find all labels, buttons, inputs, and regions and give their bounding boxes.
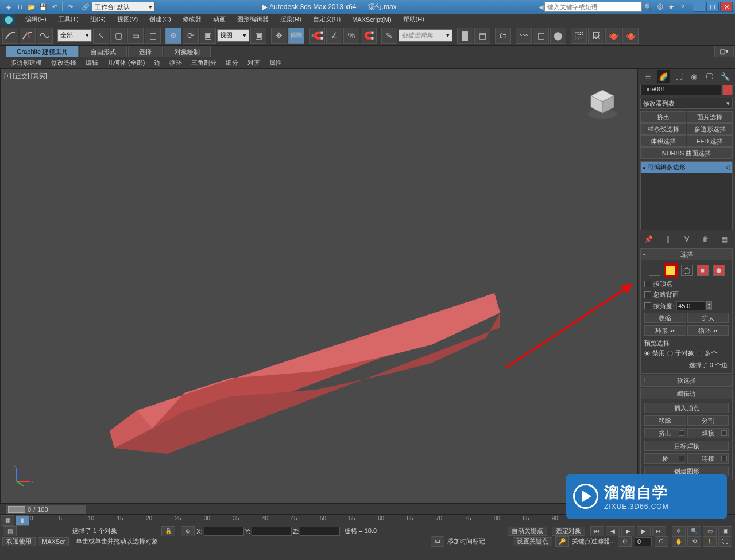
- angle-spin-up[interactable]: ▴: [706, 301, 712, 306]
- target-weld-button[interactable]: 目标焊接: [644, 441, 729, 451]
- remove-modifier-icon[interactable]: 🗑: [700, 234, 711, 245]
- maxscript-mini-icon[interactable]: ▤: [3, 526, 17, 536]
- extrude-button[interactable]: 挤出: [644, 428, 686, 438]
- edit-named-sel-icon[interactable]: ✎: [381, 28, 397, 44]
- z-coord-field[interactable]: [300, 527, 340, 536]
- key-filters-text[interactable]: 关键点过滤器...: [572, 537, 615, 546]
- rsub-edit[interactable]: 编辑: [81, 57, 103, 68]
- workspace-dropdown[interactable]: 工作台: 默认▾: [92, 2, 155, 12]
- timeline-ruler[interactable]: 0 5 10 15 20 25 30 35 40 45 50 55 60 65 …: [30, 515, 557, 526]
- render-frame-icon[interactable]: 🖼: [588, 28, 604, 44]
- auto-key-button[interactable]: 自动关键点: [508, 527, 547, 536]
- next-frame-icon[interactable]: ▶: [637, 526, 651, 536]
- nav-walk-icon[interactable]: 🚶: [703, 536, 717, 547]
- insert-vertex-button[interactable]: 插入顶点: [644, 403, 729, 413]
- rsub-props[interactable]: 属性: [265, 57, 287, 68]
- expand-icon[interactable]: ▪: [643, 164, 645, 171]
- rollout-soft-selection-header[interactable]: +软选择: [641, 375, 732, 386]
- make-unique-icon[interactable]: ∀: [681, 234, 693, 245]
- menu-customize[interactable]: 自定义(U): [307, 14, 346, 25]
- modifier-list-dropdown[interactable]: 修改器列表▾: [640, 98, 733, 109]
- select-manipulate-icon[interactable]: ✥: [271, 28, 287, 44]
- angle-spinner[interactable]: [676, 301, 705, 310]
- app-menu-icon[interactable]: ◈: [3, 2, 14, 12]
- menu-tools[interactable]: 工具(T): [52, 14, 84, 25]
- select-move-icon[interactable]: ✥: [165, 28, 181, 44]
- rollout-edit-edges-header[interactable]: -编辑边: [641, 388, 732, 399]
- viewport-pan-icon[interactable]: ✥: [672, 526, 686, 536]
- set-key-button[interactable]: 设置关键点: [513, 537, 552, 546]
- favorites-icon[interactable]: ★: [666, 2, 676, 12]
- selection-filter-dropdown[interactable]: 全部▾: [57, 29, 92, 42]
- app-logo-icon[interactable]: ⬤: [2, 14, 15, 25]
- x-coord-field[interactable]: [204, 527, 244, 536]
- ribbon-minimize-icon[interactable]: ▢▾: [714, 46, 734, 57]
- modifier-stack[interactable]: ▪ 可编辑多边形 ◁: [640, 161, 733, 230]
- trackbar-toggle-icon[interactable]: ▦: [1, 515, 14, 526]
- object-name-field[interactable]: Line001: [640, 85, 721, 95]
- viewport-zoom-all-icon[interactable]: ▣: [718, 526, 732, 536]
- object-color-swatch[interactable]: [722, 85, 733, 95]
- subobj-border-icon[interactable]: ◯: [681, 265, 693, 276]
- hierarchy-tab-icon[interactable]: ⛶: [672, 70, 685, 83]
- time-config-icon[interactable]: ⏱: [655, 536, 668, 547]
- mirror-icon[interactable]: ▐▌: [457, 28, 473, 44]
- bind-spacewarp-icon[interactable]: [37, 28, 53, 44]
- shrink-button[interactable]: 收缩: [644, 313, 686, 323]
- quickmod-nurbssel[interactable]: NURBS 曲面选择: [640, 147, 733, 159]
- create-tab-icon[interactable]: ✳: [641, 70, 654, 83]
- connect-button[interactable]: 连接: [687, 453, 729, 464]
- rsub-modifysel[interactable]: 修改选择: [47, 57, 81, 68]
- bridge-button[interactable]: 桥: [644, 453, 686, 464]
- rsub-polymodel[interactable]: 多边形建模: [6, 57, 47, 68]
- menu-graph-editors[interactable]: 图形编辑器: [231, 14, 274, 25]
- menu-rendering[interactable]: 渲染(R): [274, 14, 307, 25]
- preview-off-radio[interactable]: [644, 351, 650, 356]
- select-rotate-icon[interactable]: ⟳: [183, 28, 199, 44]
- window-crossing-icon[interactable]: ◫: [145, 28, 161, 44]
- quickmod-ffdsel[interactable]: FFD 选择: [687, 135, 733, 147]
- maximize-button[interactable]: ☐: [706, 2, 719, 12]
- grow-button[interactable]: 扩大: [687, 313, 729, 323]
- prev-frame-icon[interactable]: ◀: [606, 526, 620, 536]
- ring-button[interactable]: 环形▴▾: [644, 325, 686, 336]
- rsub-subdiv[interactable]: 细分: [221, 57, 243, 68]
- weld-settings-icon[interactable]: [721, 430, 727, 436]
- ribbon-tab-graphite[interactable]: Graphite 建模工具: [6, 46, 79, 57]
- view-cube-icon[interactable]: [585, 87, 620, 121]
- render-setup-icon[interactable]: 🎬: [571, 28, 587, 44]
- rollout-selection-header[interactable]: -选择: [641, 249, 732, 260]
- render-production-icon[interactable]: 🫖: [605, 28, 621, 44]
- nav-max-icon[interactable]: ⛶: [718, 536, 732, 547]
- y-coord-field[interactable]: [252, 527, 292, 536]
- welcome-button[interactable]: 欢迎使用: [2, 537, 36, 546]
- layer-manager-icon[interactable]: 🗂: [495, 28, 511, 44]
- ribbon-tab-paint[interactable]: 对象绘制: [164, 46, 211, 57]
- select-region-rect-icon[interactable]: ▭: [127, 28, 144, 44]
- menu-edit[interactable]: 编辑(E): [20, 14, 52, 25]
- quickmod-volsel[interactable]: 体积选择: [640, 135, 686, 147]
- ribbon-tab-selection[interactable]: 选择: [128, 46, 163, 57]
- redo-icon[interactable]: ↷: [65, 2, 75, 12]
- lock-selection-icon[interactable]: 🔒: [161, 526, 175, 536]
- remove-button[interactable]: 移除: [644, 415, 686, 426]
- by-angle-checkbox[interactable]: [644, 302, 651, 309]
- viewport-label[interactable]: [+] [正交] [真实]: [4, 72, 47, 80]
- ignore-backfacing-checkbox[interactable]: [644, 291, 651, 298]
- select-scale-icon[interactable]: ▣: [200, 28, 216, 44]
- undo-icon[interactable]: ↶: [49, 2, 60, 12]
- comm-center-icon[interactable]: 🛈: [655, 2, 665, 12]
- menu-group[interactable]: 组(G): [84, 14, 111, 25]
- utilities-tab-icon[interactable]: 🔧: [719, 70, 732, 83]
- snap-toggle-icon[interactable]: 3🧲: [309, 28, 325, 44]
- close-button[interactable]: ✕: [720, 2, 733, 12]
- named-selection-dropdown[interactable]: 创建选择集▾: [399, 29, 452, 42]
- rsub-loops[interactable]: 循环: [165, 57, 187, 68]
- nav-pan-icon[interactable]: ✋: [672, 536, 686, 547]
- loop-button[interactable]: 循环▴▾: [687, 325, 729, 336]
- menu-animation[interactable]: 动画: [207, 14, 231, 25]
- coord-display-icon[interactable]: ⊕: [181, 526, 195, 536]
- goto-end-icon[interactable]: ⏭: [652, 526, 666, 536]
- quickmod-splinesel[interactable]: 样条线选择: [640, 123, 686, 135]
- time-slider[interactable]: 0/100: [6, 505, 86, 514]
